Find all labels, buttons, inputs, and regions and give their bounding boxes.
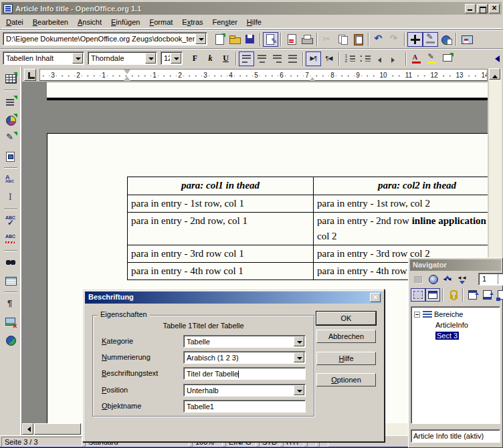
reminder-toggle-button[interactable]: [411, 273, 425, 286]
table-cell[interactable]: para in entry - 3rd row col 1: [128, 245, 314, 262]
ok-button[interactable]: OK: [316, 312, 376, 325]
table-cell[interactable]: para in entry - 4th row col 1: [128, 263, 314, 279]
spellcheck-button[interactable]: [2, 213, 19, 229]
url-value[interactable]: D:\Eigene Dokumente\OpenOffice.org Zeugs…: [3, 35, 195, 43]
expander-minus-icon[interactable]: [414, 312, 420, 318]
previous-page-bottom[interactable]: [47, 82, 488, 100]
table-cell[interactable]: para in entry - 2nd row inline applicati…: [314, 213, 488, 245]
minimize-button[interactable]: [465, 4, 476, 13]
content-view-button[interactable]: [411, 288, 425, 302]
edit-file-button[interactable]: [263, 32, 278, 47]
table-cell[interactable]: para in entry - 1st row, col 2: [314, 195, 488, 212]
menu-ansicht[interactable]: Ansicht: [73, 17, 106, 27]
horizontal-scroll-thumb[interactable]: [34, 423, 81, 435]
set-reminder-button[interactable]: [445, 288, 460, 302]
navigator-button[interactable]: [407, 32, 423, 47]
menu-einfgen[interactable]: Einfügen: [106, 17, 144, 27]
url-dropdown-button[interactable]: [195, 33, 206, 44]
underline-button[interactable]: U: [218, 51, 233, 66]
close-button[interactable]: [489, 4, 500, 13]
font-size-value[interactable]: 12: [161, 54, 170, 62]
gallery-button[interactable]: [459, 32, 474, 47]
url-combobox[interactable]: D:\Eigene Dokumente\OpenOffice.org Zeugs…: [3, 32, 207, 45]
insert-object-button[interactable]: [2, 112, 19, 128]
dropdown-button[interactable]: [294, 336, 304, 346]
navigator-page-spinner[interactable]: 1: [478, 273, 503, 286]
redo-button[interactable]: [387, 32, 402, 47]
undo-button[interactable]: [371, 32, 387, 47]
font-name-value[interactable]: Thorndale: [88, 54, 144, 62]
tree-item-articleinfo[interactable]: ArticleInfo: [414, 320, 500, 330]
align-center-button[interactable]: [254, 51, 270, 66]
navigator-titlebar[interactable]: Navigator: [410, 259, 501, 271]
paragraph-rtl-button[interactable]: ¶◀: [321, 51, 336, 66]
paste-button[interactable]: [350, 32, 366, 47]
paragraph-background-button[interactable]: [439, 51, 455, 66]
menu-bearbeiten[interactable]: Bearbeiten: [28, 17, 73, 27]
next-button[interactable]: [455, 273, 470, 286]
auto-spellcheck-button[interactable]: [2, 231, 19, 247]
data-sources-button[interactable]: [2, 272, 19, 289]
paragraph-ltr-button[interactable]: ▶¶: [306, 51, 321, 66]
paragraph-style-combobox[interactable]: Tabellen Inhalt: [3, 51, 84, 65]
style-dropdown-button[interactable]: [72, 53, 83, 64]
new-document-button[interactable]: [211, 32, 227, 47]
spinner-arrows[interactable]: [498, 274, 503, 284]
decrease-indent-button[interactable]: [373, 51, 388, 66]
combobox-nummerierung[interactable]: Arabisch (1 2 3): [183, 351, 306, 364]
bullets-onoff-button[interactable]: [357, 51, 373, 66]
tab-type-button[interactable]: [24, 69, 36, 81]
size-dropdown-button[interactable]: [171, 53, 181, 64]
save-button[interactable]: [242, 32, 258, 47]
header-button[interactable]: [466, 288, 480, 302]
navigator-page-value[interactable]: 1: [482, 275, 486, 283]
insert-table-button[interactable]: [2, 70, 19, 87]
dropdown-button[interactable]: [294, 385, 304, 395]
dropdown-button[interactable]: [294, 352, 304, 362]
numbering-onoff-button[interactable]: [342, 51, 357, 66]
italic-button[interactable]: k: [203, 51, 218, 66]
form-functions-button[interactable]: [2, 148, 19, 164]
stylist-button[interactable]: [423, 32, 438, 47]
navigator-document-field[interactable]: Article Info title (aktiv): [411, 429, 500, 443]
dialog-close-button[interactable]: ×: [370, 293, 381, 302]
insert-fields-button[interactable]: [2, 94, 19, 110]
paragraph-style-value[interactable]: Tabellen Inhalt: [3, 54, 72, 62]
field-value[interactable]: Unterhalb: [184, 386, 293, 395]
hilfe-button[interactable]: Hilfe: [316, 352, 376, 365]
autotext-button[interactable]: [2, 171, 19, 188]
bold-button[interactable]: F: [187, 51, 203, 66]
menu-format[interactable]: Format: [144, 17, 177, 27]
tree-item-sect3[interactable]: Sect 3: [414, 330, 500, 341]
abbrechen-button[interactable]: Abbrechen: [316, 330, 376, 343]
window-titlebar[interactable]: Article Info title - OpenOffice.org 1.1: [1, 2, 502, 15]
draw-functions-button[interactable]: [2, 130, 19, 146]
cut-button[interactable]: [320, 32, 335, 47]
field-value[interactable]: Tabelle: [184, 338, 293, 346]
combobox-kategorie[interactable]: Tabelle: [183, 335, 306, 348]
font-name-combobox[interactable]: Thorndale: [88, 51, 157, 65]
menu-datei[interactable]: Datei: [1, 17, 28, 27]
nonprinting-button[interactable]: [2, 296, 19, 312]
horizontal-ruler[interactable]: 3211234567891011121314: [39, 69, 488, 81]
menu-extras[interactable]: Extras: [177, 17, 207, 27]
tree-item-label[interactable]: ArticleInfo: [435, 321, 468, 329]
caption-dialog[interactable]: Beschriftung × Eigenschaften Tabelle 1Ti…: [82, 289, 385, 442]
highlighting-button[interactable]: [424, 51, 439, 66]
dialog-titlebar[interactable]: Beschriftung ×: [85, 292, 382, 304]
font-size-combobox[interactable]: 12: [161, 51, 183, 65]
tree-item-label[interactable]: Sect 3: [435, 332, 459, 340]
footer-button[interactable]: [480, 288, 495, 302]
previous-button[interactable]: [440, 273, 455, 286]
navigator-content-tree[interactable]: BereicheArticleInfoSect 3: [411, 306, 500, 424]
input-beschriftungstext[interactable]: Titel der Tabelle: [183, 367, 306, 380]
table-cell[interactable]: para in entry - 2nd row, col 1: [128, 213, 314, 245]
align-left-button[interactable]: [239, 51, 254, 66]
export-pdf-button[interactable]: [284, 32, 299, 47]
font-dropdown-button[interactable]: [145, 53, 156, 64]
font-color-button[interactable]: [409, 51, 424, 66]
anchor-text-button[interactable]: [495, 288, 503, 302]
table-header-cell[interactable]: para: col2 in thead: [314, 177, 488, 195]
combobox-position[interactable]: Unterhalb: [183, 384, 306, 397]
increase-indent-button[interactable]: [388, 51, 403, 66]
